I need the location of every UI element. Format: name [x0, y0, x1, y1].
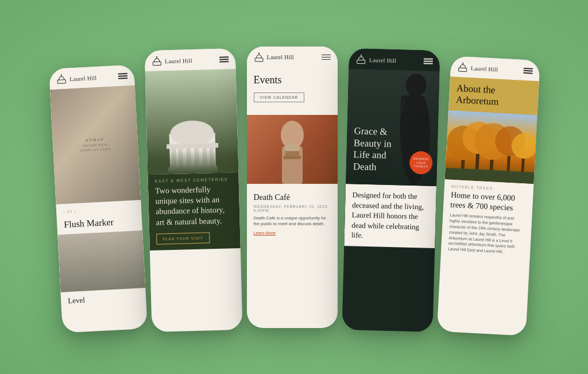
trees-overlay	[147, 149, 238, 174]
hamburger-line	[118, 78, 127, 79]
hamburger-line	[523, 72, 532, 74]
event-description: Death Café is a unique opportunity for t…	[254, 215, 331, 228]
hero-dark-text: Grace & Beauty in Life and Death	[353, 125, 409, 173]
svg-point-5	[156, 56, 157, 57]
laurel-hill-logo-icon-5	[457, 61, 468, 72]
tree-silhouettes	[444, 110, 537, 183]
laurel-hill-logo-icon-4	[355, 54, 366, 64]
hamburger-line	[523, 68, 532, 69]
phone-4-menu-button[interactable]	[423, 58, 432, 64]
phone-4-header: Laurel Hill	[349, 48, 440, 71]
laurel-hill-logo-icon-3	[254, 52, 264, 63]
event-name: Death Café	[254, 193, 331, 202]
stone-bg: ROMAN SQUARE BASE FRONT OF LAWN	[49, 85, 140, 204]
svg-rect-3	[153, 61, 161, 65]
phone-2: Laurel Hill	[144, 48, 242, 332]
hamburger-line	[219, 59, 229, 60]
learn-more-link[interactable]: Learn More	[254, 230, 331, 236]
hamburger-line	[423, 60, 432, 61]
hamburger-line	[219, 56, 229, 57]
flush-marker-title: Flush Marker	[63, 215, 135, 230]
event-details: Death Café Wednesday, February 22, 2023 …	[247, 188, 338, 240]
svg-point-26	[360, 55, 361, 56]
svg-rect-28	[458, 67, 466, 71]
phone-1-menu-button[interactable]	[118, 73, 127, 79]
phone-2-menu-button[interactable]	[219, 56, 229, 62]
svg-point-27	[405, 73, 427, 97]
phone-2-hero-image	[145, 69, 238, 175]
hamburger-line	[219, 61, 229, 62]
reserve-tickets-badge[interactable]: Reserve Your Tickets	[409, 151, 432, 174]
svg-point-30	[462, 62, 463, 63]
cemetery-description: Two wonderfully unique sites with an abu…	[154, 184, 233, 228]
hamburger-line	[322, 55, 331, 56]
phone-4-logo: Laurel Hill	[355, 54, 396, 65]
level-label: Level	[67, 292, 139, 305]
home-to-title: Home to over 6,000 trees & 700 species	[450, 190, 526, 213]
stone-inscription: ROMAN SQUARE BASE FRONT OF LAWN	[80, 136, 111, 152]
phone-4-body: Designed for both the deceased and the l…	[344, 183, 436, 248]
next-arrow[interactable]: ›	[74, 209, 76, 214]
hamburger-line	[322, 59, 331, 60]
view-calendar-button[interactable]: View Calendar	[254, 92, 305, 102]
svg-rect-22	[285, 151, 299, 156]
svg-rect-16	[255, 58, 263, 61]
hamburger-line	[423, 58, 432, 59]
bust-portrait	[269, 115, 315, 184]
arboretum-description: Laurel Hill remains respectful of and hi…	[448, 212, 525, 255]
phone-4: Laurel Hill Grace & Beauty in Life and D…	[342, 48, 440, 332]
phone-1-text-section: ‹ 1/1 › Flush Marker Level	[56, 200, 146, 312]
notable-trees-section: Notable Trees Home to over 6,000 trees &…	[440, 179, 533, 260]
svg-rect-24	[357, 60, 365, 63]
laurel-hill-logo-icon-2	[152, 56, 162, 66]
phone-2-header: Laurel Hill	[144, 48, 235, 71]
phone-4-hero: Grace & Beauty in Life and Death Reserve…	[346, 69, 439, 186]
pagination: ‹ 1/1 ›	[63, 206, 134, 214]
stone-marker-image: ROMAN SQUARE BASE FRONT OF LAWN	[49, 85, 140, 204]
stone-photo	[57, 230, 145, 292]
hamburger-line	[322, 57, 331, 58]
phone-3-menu-button[interactable]	[322, 55, 331, 60]
designed-text: Designed for both the deceased and the l…	[351, 190, 429, 242]
event-date-time: Wednesday, February 22, 2023 6:00PM	[254, 205, 331, 213]
laurel-hill-logo-icon	[56, 74, 67, 84]
hamburger-line	[118, 73, 127, 74]
phone-3: Laurel Hill Events View Calendar Death	[247, 47, 338, 328]
phone-1-logo: Laurel Hill	[56, 72, 96, 84]
phones-container: Laurel Hill ROMAN SQUARE BASE FRONT OF L…	[55, 47, 533, 328]
hamburger-line	[423, 63, 432, 64]
phone-3-logo: Laurel Hill	[254, 52, 294, 63]
phone-1-content: ROMAN SQUARE BASE FRONT OF LAWN ‹ 1/1 › …	[49, 85, 147, 331]
grace-beauty-title: Grace & Beauty in Life and Death	[353, 125, 409, 173]
svg-point-2	[60, 74, 61, 75]
phone-5-logo: Laurel Hill	[457, 61, 498, 74]
hamburger-line	[523, 70, 532, 71]
prev-arrow[interactable]: ‹	[63, 210, 64, 214]
east-west-tag: East & West Cemeteries	[154, 177, 231, 183]
phone-2-logo: Laurel Hill	[152, 55, 192, 66]
autumn-trees-image	[444, 110, 537, 183]
plan-visit-button[interactable]: Plan Your Visit	[156, 232, 210, 244]
events-section: Events View Calendar	[247, 67, 338, 115]
phone-5: Laurel Hill About the Arboretum	[436, 56, 540, 336]
about-arboretum-title: About the Arboretum	[455, 82, 532, 110]
events-title: Events	[254, 74, 331, 86]
phone-5-menu-button[interactable]	[523, 68, 532, 74]
svg-rect-23	[284, 156, 301, 159]
svg-point-18	[258, 52, 260, 53]
event-image	[247, 115, 338, 184]
phone-2-description: East & West Cemeteries Two wonderfully u…	[148, 172, 240, 250]
phone-1: Laurel Hill ROMAN SQUARE BASE FRONT OF L…	[49, 64, 148, 333]
about-arboretum-section: About the Arboretum	[448, 76, 539, 115]
phone-3-header: Laurel Hill	[247, 47, 338, 67]
hamburger-line	[118, 75, 127, 76]
